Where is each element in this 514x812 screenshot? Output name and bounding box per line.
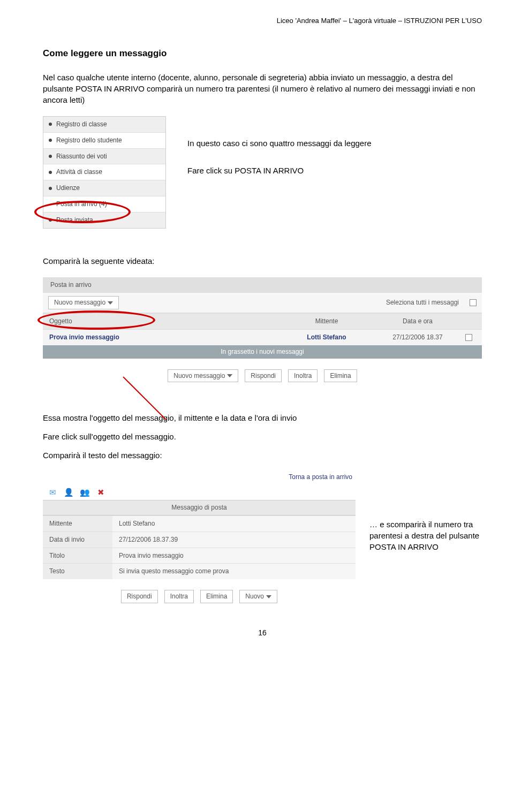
col-subject: Oggetto	[43, 313, 273, 329]
detail-panel-title: Messaggio di posta	[43, 500, 356, 515]
page-header: Liceo 'Andrea Maffei' – L'agorà virtuale…	[43, 16, 482, 26]
inbox-table: Oggetto Mittente Data e ora Prova invio …	[43, 313, 482, 345]
desc-line-1: Essa mostra l'oggetto del messaggio, il …	[43, 412, 482, 423]
sidebar-label: Posta in arrivo (4)	[56, 200, 107, 209]
inbox-button-row: Nuovo messaggio Rispondi Inoltra Elimina	[43, 359, 482, 386]
section-title: Come leggere un messaggio	[43, 47, 482, 60]
delete-button[interactable]: Elimina	[324, 369, 357, 383]
bold-messages-note: In grassetto i nuovi messaggi	[43, 345, 482, 359]
sidebar-item-posta-inviata[interactable]: Posta inviata	[43, 212, 165, 228]
detail-icon-bar: ✉ 👤 👥 ✖	[43, 484, 356, 500]
detail-kv-grid: Mittente Lotti Stefano Data di invio 27/…	[43, 515, 356, 579]
aside-text-a: … e scomparirà il numero tra parentesi a…	[369, 520, 479, 540]
sidebar-label: Registro di classe	[56, 120, 107, 129]
sidebar-label: Registro dello studente	[56, 136, 122, 145]
forward-button-2[interactable]: Inoltra	[164, 590, 194, 603]
kv-val-sender: Lotti Stefano	[112, 515, 356, 532]
row-checkbox[interactable]	[465, 334, 472, 341]
kv-val-body: Si invia questo messaggio come prova	[112, 563, 356, 579]
btn-label: Nuovo messaggio	[173, 371, 225, 381]
select-all-label: Seleziona tutti i messaggi	[386, 298, 459, 307]
dropdown-icon	[266, 595, 271, 598]
inbox-toolbar: Nuovo messaggio Seleziona tutti i messag…	[43, 292, 482, 313]
kv-key-title: Titolo	[43, 548, 112, 564]
reply-icon[interactable]: 👤	[63, 487, 74, 497]
caption-videata: Comparirà la seguente videata:	[43, 255, 482, 267]
new-message-button[interactable]: Nuovo messaggio	[48, 296, 119, 309]
sidebar-item-posta-arrivo[interactable]: Posta in arrivo (4)	[43, 196, 165, 212]
intro-posta-label: POSTA IN ARRIVO	[75, 84, 145, 93]
kv-key-sender: Mittente	[43, 515, 112, 532]
back-link[interactable]: Torna a posta in arrivo	[43, 470, 356, 484]
forward-button[interactable]: Inoltra	[288, 369, 318, 383]
btn-label: Nuovo messaggio	[54, 298, 105, 307]
kv-key-date: Data di invio	[43, 532, 112, 548]
new-mail-icon[interactable]: ✉	[47, 487, 58, 497]
new-message-button-2[interactable]: Nuovo messaggio	[168, 369, 238, 383]
delete-button-2[interactable]: Elimina	[200, 590, 233, 603]
sidebar-label: Udienze	[56, 184, 80, 193]
sidebar-menu: Registro di classe Registro dello studen…	[43, 116, 166, 229]
bullet-icon	[49, 171, 52, 174]
sidebar-item-registro-studente[interactable]: Registro dello studente	[43, 132, 165, 148]
bullet-icon	[49, 187, 52, 190]
forward-icon[interactable]: 👥	[79, 487, 90, 497]
detail-button-row: Rispondi Inoltra Elimina Nuovo	[43, 579, 356, 606]
sidebar-item-udienze[interactable]: Udienze	[43, 180, 165, 196]
sidebar-label: Riassunto dei voti	[56, 152, 107, 161]
annotation-click-b: POSTA IN ARRIVO	[235, 166, 304, 175]
dropdown-icon	[108, 301, 113, 305]
bullet-icon	[49, 155, 52, 158]
inbox-title-bar: Posta in arrivo	[43, 277, 482, 293]
reply-button-2[interactable]: Rispondi	[121, 590, 158, 603]
dropdown-icon	[227, 374, 232, 377]
select-all-checkbox[interactable]	[470, 299, 477, 306]
sidebar-item-registro-classe[interactable]: Registro di classe	[43, 117, 165, 132]
annotation-count: In questo caso ci sono quattro messaggi …	[187, 138, 372, 149]
desc-line-3: Comparirà il testo del messaggio:	[43, 450, 482, 461]
bullet-icon	[49, 139, 52, 142]
desc-line-2: Fare click sull'oggetto del messaggio.	[43, 431, 482, 442]
sidebar-label: Posta inviata	[56, 216, 93, 225]
reply-button[interactable]: Rispondi	[245, 369, 282, 383]
message-detail-screenshot: Torna a posta in arrivo ✉ 👤 👥 ✖ Messaggi…	[43, 470, 356, 606]
intro-paragraph: Nel caso qualche utente interno (docente…	[43, 72, 482, 105]
row-checkbox-cell	[455, 329, 482, 345]
aside-note: … e scomparirà il numero tra parentesi a…	[369, 470, 482, 552]
inbox-screenshot: Posta in arrivo Nuovo messaggio Selezion…	[43, 277, 482, 386]
row-date: 27/12/2006 18.37	[380, 329, 455, 345]
sidebar-item-riassunto-voti[interactable]: Riassunto dei voti	[43, 148, 165, 164]
new-button-2[interactable]: Nuovo	[239, 590, 277, 603]
delete-icon[interactable]: ✖	[95, 487, 106, 497]
aside-text-b: POSTA IN ARRIVO	[369, 542, 439, 551]
sidebar-label: Attività di classe	[56, 168, 102, 177]
bullet-icon	[49, 218, 52, 222]
kv-val-title: Prova invio messaggio	[112, 548, 356, 564]
kv-val-date: 27/12/2006 18.37.39	[112, 532, 356, 548]
page-number: 16	[43, 628, 482, 639]
kv-key-body: Testo	[43, 563, 112, 579]
row-subject[interactable]: Prova invio messaggio	[43, 329, 273, 345]
col-check	[455, 313, 482, 329]
col-date: Data e ora	[380, 313, 455, 329]
annotation-click: Fare click su POSTA IN ARRIVO	[187, 165, 372, 176]
sidebar-item-attivita-classe[interactable]: Attività di classe	[43, 164, 165, 180]
btn-label: Nuovo	[245, 592, 264, 601]
row-sender: Lotti Stefano	[273, 329, 380, 345]
col-sender: Mittente	[273, 313, 380, 329]
annotation-click-a: Fare click su	[187, 166, 235, 175]
bullet-icon	[49, 123, 52, 126]
